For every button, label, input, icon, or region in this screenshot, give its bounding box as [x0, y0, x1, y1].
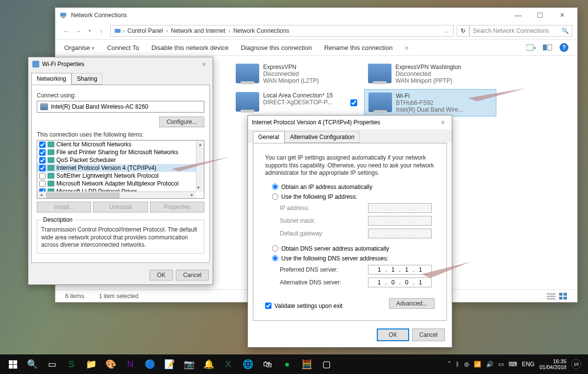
wifi-tray-icon[interactable]: 📶 — [474, 361, 481, 368]
explorer-icon[interactable]: 📁 — [81, 354, 101, 374]
paint-icon[interactable]: 🎨 — [101, 354, 121, 374]
conn-wifi[interactable]: Wi-Fi BTHub6-FS92 Intel(R) Dual Band Wir… — [364, 89, 496, 117]
view-icon[interactable] — [526, 44, 536, 51]
protocol-list[interactable]: Client for Microsoft NetworksFile and Pr… — [37, 140, 204, 199]
conn-local-area[interactable]: Local Area Connection* 15 DIRECT-XgDESKT… — [232, 89, 364, 117]
bell-icon[interactable]: 🔔 — [199, 354, 219, 374]
store-icon[interactable]: 🛍 — [258, 354, 277, 374]
notes-icon[interactable]: 📝 — [160, 354, 179, 374]
subnet-input: ... — [368, 216, 432, 226]
close-button[interactable]: × — [551, 8, 573, 22]
protocol-item[interactable]: QoS Packet Scheduler — [37, 156, 204, 164]
tab-networking[interactable]: Networking — [31, 73, 72, 85]
details-view-icon[interactable] — [547, 292, 556, 300]
organise-menu[interactable]: Organise ▾ — [64, 44, 95, 51]
configure-button[interactable]: Configure... — [159, 117, 204, 127]
refresh-button[interactable]: ↻ — [457, 25, 469, 37]
properties-button[interactable]: Properties — [150, 202, 204, 212]
search-icon: 🔍 — [562, 27, 569, 34]
obtain-ip-radio[interactable] — [272, 184, 278, 190]
up-button[interactable]: ↑ — [96, 25, 107, 37]
tiles-view-icon[interactable] — [559, 292, 567, 300]
keyboard-icon[interactable]: ⌨ — [509, 361, 517, 368]
protocol-item[interactable]: Internet Protocol Version 4 (TCP/IPv4) — [37, 164, 204, 172]
search-input[interactable]: Search Network Connections 🔍 — [469, 25, 572, 37]
protocol-checkbox[interactable] — [39, 165, 46, 171]
close-button[interactable]: × — [199, 60, 209, 68]
browser-icon[interactable]: 🌐 — [238, 354, 258, 374]
protocol-checkbox[interactable] — [39, 173, 46, 179]
protocol-item[interactable]: File and Printer Sharing for Microsoft N… — [37, 148, 204, 156]
cancel-button[interactable]: Cancel — [176, 270, 209, 280]
protocol-item[interactable]: SoftEther Lightweight Network Protocol — [37, 172, 204, 180]
dialog-titlebar[interactable]: Internet Protocol Version 4 (TCP/IPv4) P… — [248, 116, 452, 129]
spotify-icon[interactable]: ● — [277, 354, 297, 374]
language-indicator[interactable]: ENG — [522, 361, 535, 368]
tab-alternative[interactable]: Alternative Configuration — [285, 131, 360, 143]
validate-checkbox[interactable] — [265, 303, 271, 309]
protocol-checkbox[interactable] — [39, 141, 46, 148]
more-menu[interactable]: » — [405, 44, 409, 51]
protocol-checkbox[interactable] — [39, 181, 46, 187]
help-icon[interactable]: ? — [560, 43, 568, 52]
uninstall-button[interactable]: Uninstall — [93, 202, 147, 212]
start-button[interactable] — [3, 354, 23, 374]
close-button[interactable]: × — [438, 118, 448, 126]
tray-chevron-icon[interactable]: ˄ — [448, 361, 451, 368]
task-view-icon[interactable]: ▭ — [42, 354, 62, 374]
use-dns-radio[interactable] — [272, 255, 278, 261]
calculator-icon[interactable]: 🧮 — [297, 354, 317, 374]
disable-device-menu[interactable]: Disable this network device — [151, 44, 229, 51]
svg-rect-9 — [559, 293, 563, 296]
obtain-dns-radio[interactable] — [272, 245, 278, 252]
tab-sharing[interactable]: Sharing — [72, 73, 102, 85]
advanced-button[interactable]: Advanced... — [389, 298, 435, 309]
system-tray[interactable]: ˄ ᛒ ◎ 📶 🔊 ▭ ⌨ ENG 16:35 01/04/2018 10 — [448, 358, 585, 370]
app-icon[interactable]: S — [62, 354, 81, 374]
location-icon[interactable]: ◎ — [464, 361, 469, 368]
scrollbar-horizontal[interactable]: ◄► — [37, 191, 196, 198]
maximize-button[interactable]: ☐ — [529, 8, 551, 22]
minimize-button[interactable]: — — [507, 8, 529, 22]
titlebar[interactable]: Network Connections — ☐ × — [55, 8, 577, 23]
volume-icon[interactable]: 🔊 — [486, 361, 493, 368]
connect-to-menu[interactable]: Connect To — [107, 44, 139, 51]
adapter-field[interactable]: Intel(R) Dual Band Wireless-AC 8260 — [37, 101, 204, 113]
breadcrumb[interactable]: › Control Panel› Network and Internet› N… — [110, 25, 454, 37]
back-button[interactable]: ← — [60, 25, 72, 37]
bluetooth-icon[interactable]: ᛒ — [456, 361, 459, 368]
description-box: Description Transmission Control Protoco… — [37, 216, 204, 254]
conn-expressvpn[interactable]: ExpressVPN Disconnected WAN Miniport (L2… — [232, 61, 364, 87]
dialog-titlebar[interactable]: Wi-Fi Properties × — [28, 57, 213, 71]
diagnose-menu[interactable]: Diagnose this connection — [241, 44, 312, 51]
protocol-checkbox[interactable] — [39, 157, 46, 164]
app-icon[interactable]: ▢ — [317, 354, 336, 374]
clock[interactable]: 16:35 01/04/2018 — [539, 358, 566, 370]
protocol-item[interactable]: Client for Microsoft Networks — [37, 140, 204, 148]
protocol-checkbox[interactable] — [39, 149, 46, 156]
search-icon[interactable]: 🔍 — [23, 354, 42, 374]
chrome-icon[interactable]: 🔵 — [140, 354, 160, 374]
cancel-button[interactable]: Cancel — [412, 328, 445, 341]
conn-checkbox[interactable] — [350, 99, 357, 106]
recent-button[interactable]: ▾ — [84, 25, 96, 37]
camera-icon[interactable]: 📷 — [179, 354, 199, 374]
chevron-down-icon[interactable]: ⌄ — [442, 28, 450, 34]
onenote-icon[interactable]: N — [121, 354, 140, 374]
protocol-item[interactable]: Microsoft Network Adapter Multiplexor Pr… — [37, 180, 204, 187]
forward-button[interactable]: → — [72, 25, 84, 37]
preview-icon[interactable] — [543, 44, 553, 51]
ok-button[interactable]: OK — [149, 270, 172, 280]
alternative-dns-input[interactable]: 1.0.0.1 — [368, 278, 432, 287]
tab-general[interactable]: General — [253, 131, 285, 143]
battery-icon[interactable]: ▭ — [498, 361, 504, 368]
preferred-dns-input[interactable]: 1.1.1.1 — [368, 265, 432, 275]
rename-menu[interactable]: Rename this connection — [324, 44, 392, 51]
notification-icon[interactable]: 10 — [571, 359, 581, 369]
ok-button[interactable]: OK — [377, 328, 409, 341]
scrollbar-vertical[interactable]: ▲▼ — [196, 140, 204, 191]
excel-icon[interactable]: X — [219, 354, 238, 374]
install-button[interactable]: Install... — [37, 202, 91, 212]
use-ip-radio[interactable] — [272, 193, 278, 200]
conn-expressvpn-washington[interactable]: ExpressVPN Washington Disconnected WAN M… — [364, 61, 496, 87]
